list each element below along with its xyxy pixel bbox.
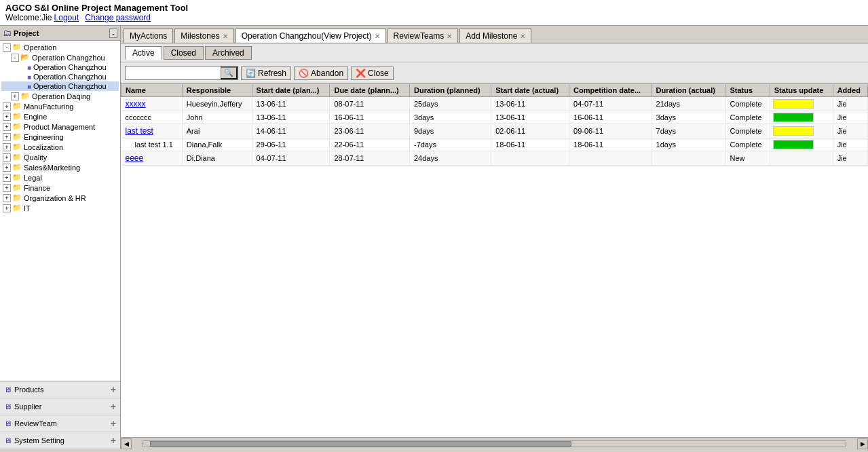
search-button[interactable]: 🔍 <box>221 67 238 79</box>
tab-operation-changzhou-close[interactable]: ✕ <box>375 33 380 40</box>
close-button[interactable]: ❌ Close <box>351 67 394 80</box>
cell-competition: 18-06-11 <box>569 138 652 151</box>
abandon-button[interactable]: 🚫 Abandon <box>294 67 348 80</box>
cell-responsible: Hueseyin,Jeffery <box>182 97 252 111</box>
cell-name[interactable]: last test <box>121 124 183 138</box>
project-header[interactable]: 🗂 Project - <box>0 26 120 41</box>
tab-reviewteams[interactable]: ReviewTeams ✕ <box>388 29 459 43</box>
sidebar-item-op-ch-2[interactable]: ■ Operation Changzhou <box>1 72 119 81</box>
sub-tab-closed[interactable]: Closed <box>164 46 204 60</box>
sidebar-item-operation[interactable]: - 📁 Operation <box>1 42 119 52</box>
status-bar <box>773 99 814 109</box>
toggle-sales-marketing[interactable]: + <box>3 164 11 172</box>
search-input[interactable] <box>126 68 221 79</box>
sidebar-collapse-btn[interactable]: - <box>109 29 117 38</box>
refresh-icon: 🔄 <box>246 69 256 78</box>
toggle-op-changzhou[interactable]: - <box>11 54 19 62</box>
toggle-localization[interactable]: + <box>3 143 11 151</box>
tab-add-milestone-close[interactable]: ✕ <box>520 33 525 40</box>
name-link[interactable]: eeee <box>126 153 144 163</box>
folder-icon-it: 📁 <box>12 204 22 212</box>
toggle-operation[interactable]: - <box>3 43 11 52</box>
sidebar-footer-reviewteam[interactable]: 🖥 ReviewTeam + <box>0 415 120 432</box>
change-password-link[interactable]: Change password <box>85 13 151 22</box>
hscroll-right-btn[interactable]: ▶ <box>857 438 868 449</box>
sidebar-item-sales-marketing[interactable]: + 📁 Sales&Marketing <box>1 162 119 172</box>
tab-operation-changzhou[interactable]: Operation Changzhou(View Project) ✕ <box>235 29 386 43</box>
sub-tab-archived[interactable]: Archived <box>205 46 252 60</box>
sidebar-item-product-mgmt[interactable]: + 📁 Product Management <box>1 121 119 132</box>
sidebar-footer: 🖥 Products + 🖥 Supplier + 🖥 ReviewTeam + <box>0 381 120 449</box>
cell-start-plan: 04-07-11 <box>252 151 330 166</box>
sidebar-item-engine[interactable]: + 📁 Engine <box>1 111 119 121</box>
cell-duration-plan: 25days <box>409 97 491 111</box>
refresh-button[interactable]: 🔄 Refresh <box>241 67 291 80</box>
hscroll-track[interactable] <box>143 440 846 447</box>
hscroll-left-btn[interactable]: ◀ <box>121 438 132 449</box>
folder-icon-quality: 📁 <box>12 153 22 162</box>
system-setting-plus-btn[interactable]: + <box>111 435 116 446</box>
toggle-engine[interactable]: + <box>3 113 11 121</box>
main-container: 🗂 Project - - 📁 Operation - 📂 Operation … <box>0 26 868 449</box>
supplier-plus-btn[interactable]: + <box>111 401 116 412</box>
sidebar-footer-supplier[interactable]: 🖥 Supplier + <box>0 398 120 415</box>
hscroll-thumb[interactable] <box>150 441 571 447</box>
name-link[interactable]: xxxxx <box>126 99 146 109</box>
supplier-icon: 🖥 <box>4 402 12 411</box>
products-plus-btn[interactable]: + <box>111 384 116 395</box>
cell-responsible: Arai <box>182 124 252 138</box>
cell-start-actual: 13-06-11 <box>491 97 569 111</box>
projects-table: Name Responsible Start date (plan...) Du… <box>121 83 868 166</box>
cell-duration-plan: 3days <box>409 111 491 124</box>
sub-tab-active[interactable]: Active <box>125 46 162 60</box>
toggle-product-mgmt[interactable]: + <box>3 123 11 131</box>
toggle-org-hr[interactable]: + <box>3 194 11 202</box>
sidebar-item-localization[interactable]: + 📁 Localization <box>1 142 119 152</box>
cell-status: Complete <box>725 111 770 124</box>
sidebar-footer-products[interactable]: 🖥 Products + <box>0 381 120 398</box>
cell-duration-actual: 1days <box>652 138 725 151</box>
cell-name[interactable]: xxxxx <box>121 97 183 111</box>
toggle-it[interactable]: + <box>3 204 11 212</box>
sub-tab-archived-label: Archived <box>212 48 244 58</box>
col-added: Added <box>833 84 867 97</box>
sidebar-item-op-ch-3[interactable]: ■ Operation Changzhou <box>1 81 119 91</box>
sidebar-item-label-quality: Quality <box>24 153 47 162</box>
col-responsible: Responsible <box>182 84 252 97</box>
sidebar-item-it[interactable]: + 📁 IT <box>1 203 119 213</box>
sidebar-item-engineering[interactable]: + 📁 Engineering <box>1 132 119 142</box>
welcome-prefix: Welcome: <box>5 13 41 22</box>
tab-myactions[interactable]: MyActions <box>124 29 173 43</box>
toggle-manufacturing[interactable]: + <box>3 102 11 111</box>
sidebar-item-quality[interactable]: + 📁 Quality <box>1 152 119 162</box>
toggle-engineering[interactable]: + <box>3 133 11 141</box>
sidebar-item-label-op-ch-3: Operation Changzhou <box>33 82 107 90</box>
toggle-legal[interactable]: + <box>3 174 11 182</box>
sidebar-item-op-daqing[interactable]: + 📁 Operation Daqing <box>1 91 119 101</box>
toggle-finance[interactable]: + <box>3 184 11 192</box>
cell-duration-actual <box>652 151 725 166</box>
toggle-op-daqing[interactable]: + <box>11 92 19 100</box>
sidebar-item-manufacturing[interactable]: + 📁 ManuFacturing <box>1 101 119 111</box>
tab-add-milestone[interactable]: Add Milestone ✕ <box>459 29 531 43</box>
tab-milestones[interactable]: Milestones ✕ <box>174 29 233 43</box>
cell-start-plan: 13-06-11 <box>252 97 330 111</box>
cell-duration-actual: 7days <box>652 124 725 138</box>
tab-reviewteams-close[interactable]: ✕ <box>447 33 452 40</box>
sidebar-item-legal[interactable]: + 📁 Legal <box>1 172 119 183</box>
reviewteam-plus-btn[interactable]: + <box>111 418 116 429</box>
tab-milestones-close[interactable]: ✕ <box>223 33 228 40</box>
cell-name[interactable]: eeee <box>121 151 183 166</box>
sidebar-footer-system-setting[interactable]: 🖥 System Setting + <box>0 432 120 449</box>
name-link[interactable]: last test <box>126 126 153 136</box>
toggle-quality[interactable]: + <box>3 153 11 162</box>
logout-link[interactable]: Logout <box>54 13 79 22</box>
sidebar-item-op-ch-1[interactable]: ■ Operation Changzhou <box>1 62 119 72</box>
cell-start-plan: 29-06-11 <box>252 138 330 151</box>
folder-icon-manufacturing: 📁 <box>12 102 22 111</box>
abandon-icon: 🚫 <box>299 69 309 78</box>
table-header-row: Name Responsible Start date (plan...) Du… <box>121 84 868 97</box>
sidebar-item-org-hr[interactable]: + 📁 Organization & HR <box>1 193 119 203</box>
sidebar-item-operation-changzhou-group[interactable]: - 📂 Operation Changzhou <box>1 52 119 62</box>
sidebar-item-finance[interactable]: + 📁 Finance <box>1 183 119 193</box>
